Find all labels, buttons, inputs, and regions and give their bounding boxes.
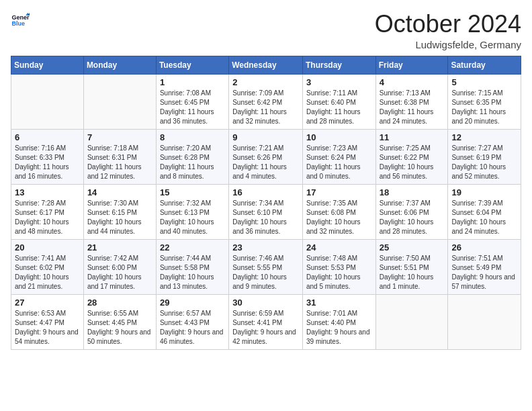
day-number: 20 <box>15 242 80 253</box>
calendar-cell: 8 Sunrise: 7:20 AMSunset: 6:28 PMDayligh… <box>156 129 228 184</box>
day-number: 7 <box>87 132 152 142</box>
calendar-cell: 25 Sunrise: 7:50 AMSunset: 5:51 PMDaylig… <box>375 239 448 294</box>
calendar-cell: 31 Sunrise: 7:01 AMSunset: 4:40 PMDaylig… <box>302 294 375 349</box>
calendar-week-row: 6 Sunrise: 7:16 AMSunset: 6:33 PMDayligh… <box>11 129 521 184</box>
calendar-cell: 16 Sunrise: 7:34 AMSunset: 6:10 PMDaylig… <box>229 184 303 239</box>
day-info: Sunrise: 7:18 AMSunset: 6:31 PMDaylight:… <box>87 144 152 181</box>
calendar-cell: 1 Sunrise: 7:08 AMSunset: 6:45 PMDayligh… <box>156 74 228 129</box>
day-number: 17 <box>306 187 372 197</box>
calendar-cell: 5 Sunrise: 7:15 AMSunset: 6:35 PMDayligh… <box>448 74 521 129</box>
day-info: Sunrise: 7:51 AMSunset: 5:49 PMDaylight:… <box>451 254 517 291</box>
day-number: 2 <box>232 77 299 87</box>
day-info: Sunrise: 7:01 AMSunset: 4:40 PMDaylight:… <box>306 309 372 347</box>
day-info: Sunrise: 7:39 AMSunset: 6:04 PMDaylight:… <box>451 199 517 236</box>
day-info: Sunrise: 7:37 AMSunset: 6:06 PMDaylight:… <box>380 199 445 236</box>
calendar-cell: 26 Sunrise: 7:51 AMSunset: 5:49 PMDaylig… <box>448 239 521 294</box>
svg-text:Blue: Blue <box>11 20 25 27</box>
calendar-cell: 27 Sunrise: 6:53 AMSunset: 4:47 PMDaylig… <box>11 294 84 349</box>
day-number: 8 <box>160 132 225 142</box>
day-info: Sunrise: 7:11 AMSunset: 6:40 PMDaylight:… <box>306 89 372 126</box>
calendar-cell: 7 Sunrise: 7:18 AMSunset: 6:31 PMDayligh… <box>83 129 156 184</box>
day-info: Sunrise: 6:53 AMSunset: 4:47 PMDaylight:… <box>15 309 80 347</box>
weekday-header: Thursday <box>302 56 375 74</box>
day-number: 27 <box>15 298 80 308</box>
day-info: Sunrise: 7:32 AMSunset: 6:13 PMDaylight:… <box>160 199 225 236</box>
weekday-header: Sunday <box>11 56 84 74</box>
day-info: Sunrise: 7:08 AMSunset: 6:45 PMDaylight:… <box>160 89 225 126</box>
day-number: 1 <box>160 77 225 87</box>
day-number: 5 <box>451 77 517 87</box>
calendar-cell: 15 Sunrise: 7:32 AMSunset: 6:13 PMDaylig… <box>156 184 228 239</box>
day-number: 22 <box>160 242 225 253</box>
day-number: 14 <box>87 187 152 197</box>
calendar-cell: 4 Sunrise: 7:13 AMSunset: 6:38 PMDayligh… <box>375 74 448 129</box>
day-number: 13 <box>15 187 80 197</box>
calendar-cell: 12 Sunrise: 7:27 AMSunset: 6:19 PMDaylig… <box>448 129 521 184</box>
weekday-header: Saturday <box>448 56 521 74</box>
calendar-week-row: 27 Sunrise: 6:53 AMSunset: 4:47 PMDaylig… <box>11 294 521 349</box>
calendar-cell: 19 Sunrise: 7:39 AMSunset: 6:04 PMDaylig… <box>448 184 521 239</box>
weekday-header: Friday <box>375 56 448 74</box>
day-info: Sunrise: 7:34 AMSunset: 6:10 PMDaylight:… <box>232 199 299 236</box>
weekday-header: Wednesday <box>229 56 303 74</box>
day-info: Sunrise: 7:44 AMSunset: 5:58 PMDaylight:… <box>160 254 225 291</box>
location: Ludwigsfelde, Germany <box>375 39 521 50</box>
day-number: 31 <box>306 298 372 308</box>
calendar-cell: 29 Sunrise: 6:57 AMSunset: 4:43 PMDaylig… <box>156 294 228 349</box>
calendar-cell <box>83 74 156 129</box>
day-number: 24 <box>306 242 372 253</box>
month-title: October 2024 <box>375 11 521 38</box>
day-info: Sunrise: 6:59 AMSunset: 4:41 PMDaylight:… <box>232 309 299 347</box>
calendar-cell: 11 Sunrise: 7:25 AMSunset: 6:22 PMDaylig… <box>375 129 448 184</box>
calendar-cell: 22 Sunrise: 7:44 AMSunset: 5:58 PMDaylig… <box>156 239 228 294</box>
day-number: 21 <box>87 242 152 253</box>
day-info: Sunrise: 7:09 AMSunset: 6:42 PMDaylight:… <box>232 89 299 126</box>
calendar-cell: 23 Sunrise: 7:46 AMSunset: 5:55 PMDaylig… <box>229 239 303 294</box>
day-number: 11 <box>380 132 445 142</box>
day-number: 26 <box>451 242 517 253</box>
calendar-cell: 10 Sunrise: 7:23 AMSunset: 6:24 PMDaylig… <box>302 129 375 184</box>
calendar-cell: 21 Sunrise: 7:42 AMSunset: 6:00 PMDaylig… <box>83 239 156 294</box>
calendar-cell: 20 Sunrise: 7:41 AMSunset: 6:02 PMDaylig… <box>11 239 84 294</box>
title-block: October 2024 Ludwigsfelde, Germany <box>375 11 521 50</box>
weekday-header: Tuesday <box>156 56 228 74</box>
calendar-cell: 3 Sunrise: 7:11 AMSunset: 6:40 PMDayligh… <box>302 74 375 129</box>
calendar-table: SundayMondayTuesdayWednesdayThursdayFrid… <box>11 56 521 350</box>
calendar-cell <box>375 294 448 349</box>
day-number: 10 <box>306 132 372 142</box>
calendar-cell: 6 Sunrise: 7:16 AMSunset: 6:33 PMDayligh… <box>11 129 84 184</box>
day-number: 3 <box>306 77 372 87</box>
day-number: 15 <box>160 187 225 197</box>
page-header: General Blue October 2024 Ludwigsfelde, … <box>11 11 521 50</box>
day-info: Sunrise: 7:46 AMSunset: 5:55 PMDaylight:… <box>232 254 299 291</box>
calendar-cell: 30 Sunrise: 6:59 AMSunset: 4:41 PMDaylig… <box>229 294 303 349</box>
day-number: 28 <box>87 298 152 308</box>
day-info: Sunrise: 7:28 AMSunset: 6:17 PMDaylight:… <box>15 199 80 236</box>
calendar-cell: 17 Sunrise: 7:35 AMSunset: 6:08 PMDaylig… <box>302 184 375 239</box>
calendar-week-row: 20 Sunrise: 7:41 AMSunset: 6:02 PMDaylig… <box>11 239 521 294</box>
day-info: Sunrise: 7:13 AMSunset: 6:38 PMDaylight:… <box>380 89 445 126</box>
day-info: Sunrise: 7:48 AMSunset: 5:53 PMDaylight:… <box>306 254 372 291</box>
weekday-header-row: SundayMondayTuesdayWednesdayThursdayFrid… <box>11 56 521 74</box>
logo: General Blue <box>11 11 30 30</box>
day-number: 6 <box>15 132 80 142</box>
day-number: 23 <box>232 242 299 253</box>
calendar-cell: 18 Sunrise: 7:37 AMSunset: 6:06 PMDaylig… <box>375 184 448 239</box>
logo-icon: General Blue <box>11 11 30 30</box>
day-number: 9 <box>232 132 299 142</box>
day-number: 19 <box>451 187 517 197</box>
day-number: 30 <box>232 298 299 308</box>
calendar-cell <box>448 294 521 349</box>
day-number: 18 <box>380 187 445 197</box>
day-info: Sunrise: 7:20 AMSunset: 6:28 PMDaylight:… <box>160 144 225 181</box>
calendar-cell: 13 Sunrise: 7:28 AMSunset: 6:17 PMDaylig… <box>11 184 84 239</box>
calendar-cell: 14 Sunrise: 7:30 AMSunset: 6:15 PMDaylig… <box>83 184 156 239</box>
day-info: Sunrise: 7:16 AMSunset: 6:33 PMDaylight:… <box>15 144 80 181</box>
calendar-cell: 9 Sunrise: 7:21 AMSunset: 6:26 PMDayligh… <box>229 129 303 184</box>
day-info: Sunrise: 7:50 AMSunset: 5:51 PMDaylight:… <box>380 254 445 291</box>
day-info: Sunrise: 7:25 AMSunset: 6:22 PMDaylight:… <box>380 144 445 181</box>
day-info: Sunrise: 7:30 AMSunset: 6:15 PMDaylight:… <box>87 199 152 236</box>
calendar-week-row: 1 Sunrise: 7:08 AMSunset: 6:45 PMDayligh… <box>11 74 521 129</box>
day-info: Sunrise: 6:57 AMSunset: 4:43 PMDaylight:… <box>160 309 225 347</box>
day-info: Sunrise: 7:15 AMSunset: 6:35 PMDaylight:… <box>451 89 517 126</box>
